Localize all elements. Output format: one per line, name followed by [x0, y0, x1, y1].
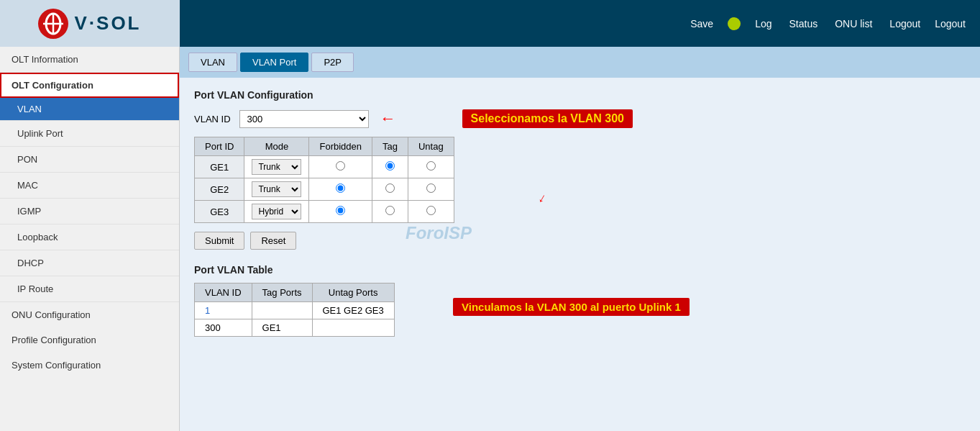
mode-select-ge2[interactable]: TrunkHybridAccess — [252, 181, 301, 197]
tag-radio-ge2[interactable] — [385, 183, 395, 193]
main-layout: OLT Information OLT Configuration VLAN U… — [0, 47, 980, 431]
sidebar-item-loopback[interactable]: Loopback — [0, 224, 179, 250]
forbidden-ge1[interactable] — [309, 156, 372, 178]
tag-radio-ge1[interactable] — [385, 161, 395, 171]
col-untag: Untag — [408, 137, 454, 156]
forbidden-ge2[interactable] — [309, 178, 372, 201]
port-id-ge1: GE1 — [195, 156, 244, 178]
sidebar-item-pon[interactable]: PON — [0, 147, 179, 173]
untag-ge1[interactable] — [408, 156, 454, 178]
tag-ge1[interactable] — [372, 156, 408, 178]
nav-status[interactable]: Status — [789, 18, 818, 30]
vlan-data-table: VLAN ID Tag Ports Untag Ports 1 GE1 GE2 … — [194, 283, 395, 337]
tab-vlan[interactable]: VLAN — [188, 53, 237, 72]
logo-text: V·SOL — [74, 12, 141, 35]
port-table-wrapper: Port ID Mode Forbidden Tag Untag GE1 — [194, 137, 966, 223]
vlan-id-select[interactable]: 300 1 — [239, 110, 369, 128]
section-title: Port VLAN Configuration — [194, 89, 966, 101]
table-row: GE2 TrunkHybridAccess — [195, 178, 454, 201]
vlan-col-untag: Untag Ports — [312, 283, 394, 302]
tab-bar: VLAN VLAN Port P2P — [180, 47, 980, 78]
untag-ge3[interactable] — [408, 201, 454, 223]
nav-logout[interactable]: Logout — [889, 18, 920, 30]
col-forbidden: Forbidden — [309, 137, 372, 156]
tab-p2p[interactable]: P2P — [311, 53, 354, 72]
annotation-1: Seleccionamos la VLAN 300 — [462, 109, 633, 128]
submit-button[interactable]: Submit — [194, 232, 244, 250]
arrow-annotation: ← — [380, 109, 396, 128]
sidebar-item-uplink-port[interactable]: Uplink Port — [0, 121, 179, 147]
nav-log[interactable]: Log — [755, 18, 771, 30]
table-row: GE3 TrunkHybridAccess — [195, 201, 454, 223]
sidebar-item-profile-config[interactable]: Profile Configuration — [0, 327, 179, 353]
logout-button[interactable]: Logout — [935, 18, 966, 30]
sidebar-item-olt-config[interactable]: OLT Configuration — [0, 73, 179, 98]
vlan-table-row: 300 GE1 — [195, 319, 395, 337]
logo-icon — [38, 9, 68, 39]
mode-cell-ge1[interactable]: TrunkHybridAccess — [244, 156, 309, 178]
sidebar-item-igmp[interactable]: IGMP — [0, 199, 179, 224]
header-nav: Log Status ONU list Logout — [755, 18, 920, 30]
header: V·SOL Save Log Status ONU list Logout Lo… — [0, 0, 980, 47]
forbidden-radio-ge1[interactable] — [336, 161, 345, 171]
sidebar-item-dhcp[interactable]: DHCP — [0, 250, 179, 276]
reset-button[interactable]: Reset — [250, 232, 296, 250]
mode-select-ge1[interactable]: TrunkHybridAccess — [252, 159, 301, 175]
port-table: Port ID Mode Forbidden Tag Untag GE1 — [194, 137, 454, 223]
content-relative: Port VLAN Configuration VLAN ID 300 1 ← … — [194, 89, 966, 337]
forbidden-ge3[interactable] — [309, 201, 372, 223]
vlan-row2-tag: GE1 — [252, 319, 312, 337]
vlan-col-id: VLAN ID — [195, 283, 252, 302]
col-port-id: Port ID — [195, 137, 244, 156]
col-mode: Mode — [244, 137, 309, 156]
vlan-table-title: Port VLAN Table — [194, 264, 966, 276]
untag-ge2[interactable] — [408, 178, 454, 201]
forbidden-radio-ge2[interactable] — [336, 183, 345, 193]
vlan-col-tag: Tag Ports — [252, 283, 312, 302]
status-dot — [728, 17, 741, 30]
mode-select-ge3[interactable]: TrunkHybridAccess — [252, 204, 301, 219]
col-tag: Tag — [372, 137, 408, 156]
tag-ge2[interactable] — [372, 178, 408, 201]
sidebar-item-system-config[interactable]: System Configuration — [0, 353, 179, 378]
port-id-ge3: GE3 — [195, 201, 244, 223]
vlan-id-row: VLAN ID 300 1 ← Seleccionamos la VLAN 30… — [194, 109, 966, 128]
mode-cell-ge2[interactable]: TrunkHybridAccess — [244, 178, 309, 201]
sidebar-item-olt-info[interactable]: OLT Information — [0, 47, 179, 73]
vlan-table-row: 1 GE1 GE2 GE3 — [195, 302, 395, 319]
content-area: VLAN VLAN Port P2P Port VLAN Configurati… — [180, 47, 980, 431]
mode-cell-ge3[interactable]: TrunkHybridAccess — [244, 201, 309, 223]
sidebar-item-vlan[interactable]: VLAN — [0, 98, 179, 121]
table-row: GE1 TrunkHybridAccess — [195, 156, 454, 178]
tab-vlan-port[interactable]: VLAN Port — [240, 53, 308, 72]
header-right: Save Log Status ONU list Logout Logout — [180, 17, 980, 30]
vlan-row1-tag — [252, 302, 312, 319]
untag-radio-ge2[interactable] — [426, 183, 436, 193]
port-id-ge2: GE2 — [195, 178, 244, 201]
save-label: Save — [690, 18, 713, 30]
vlan-row1-untag: GE1 GE2 GE3 — [312, 302, 394, 319]
tag-ge3[interactable] — [372, 201, 408, 223]
logo-area: V·SOL — [0, 0, 180, 47]
nav-onu-list[interactable]: ONU list — [835, 18, 872, 30]
untag-radio-ge3[interactable] — [426, 206, 436, 215]
forbidden-radio-ge3[interactable] — [336, 206, 345, 215]
annotation-2: Vinculamos la VLAN 300 al puerto Uplink … — [453, 298, 690, 316]
sidebar-item-onu-config[interactable]: ONU Configuration — [0, 302, 179, 327]
btn-row: Submit Reset — [194, 232, 966, 250]
sidebar: OLT Information OLT Configuration VLAN U… — [0, 47, 180, 431]
tag-radio-ge3[interactable] — [385, 206, 395, 215]
vlan-id-label: VLAN ID — [194, 114, 231, 124]
vlan-row2-id: 300 — [195, 319, 252, 337]
sidebar-item-ip-route[interactable]: IP Route — [0, 276, 179, 302]
sidebar-item-mac[interactable]: MAC — [0, 173, 179, 199]
content-inner: Port VLAN Configuration VLAN ID 300 1 ← … — [180, 78, 980, 348]
untag-radio-ge1[interactable] — [426, 161, 436, 171]
vlan-row2-untag — [312, 319, 394, 337]
vlan-row1-id: 1 — [195, 302, 252, 319]
arrow-ge2: ↓ — [536, 190, 549, 207]
